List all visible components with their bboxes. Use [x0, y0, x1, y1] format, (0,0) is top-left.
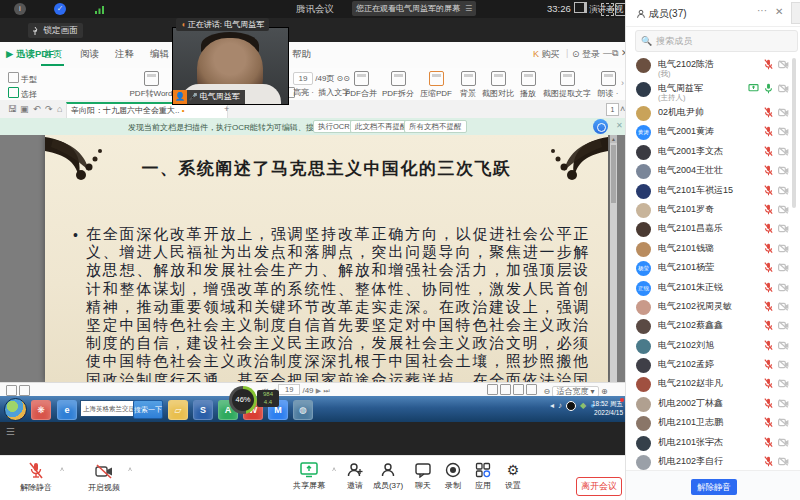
toolbar-expander-icon[interactable]: › — [621, 78, 624, 88]
new-tab-icon[interactable]: + — [224, 104, 229, 114]
select-tool[interactable]: 选择 — [8, 87, 37, 100]
member-row[interactable]: 电气周益军 (主持人) — [626, 80, 800, 104]
member-row[interactable]: 电气2101车祺运15 — [626, 182, 800, 201]
tab-edit[interactable]: 编辑 — [150, 48, 169, 61]
last-page-icon[interactable]: ⏭ — [323, 387, 329, 394]
zoom-out-icon[interactable]: ⊖ — [543, 387, 550, 396]
record-button[interactable]: 录制 — [438, 462, 468, 491]
member-list-scrollbar[interactable] — [792, 58, 796, 208]
login-button[interactable]: ⊙ 登录 — [572, 48, 600, 61]
banner-menu-icon[interactable]: ☰ — [465, 1, 472, 16]
pin-view-badge[interactable]: 锁定画面 — [28, 23, 83, 38]
unmute-button[interactable]: 解除静音 — [16, 462, 56, 493]
start-button[interactable] — [4, 398, 27, 421]
member-row[interactable]: 电气2101罗奇 — [626, 201, 800, 220]
member-row[interactable]: 机电2101卫志鹏 — [626, 414, 800, 433]
zoom-in-icon[interactable]: ⊕ — [601, 387, 608, 396]
tab-home[interactable]: 首页 — [43, 48, 62, 61]
member-row[interactable]: 机电2102李自行 — [626, 453, 800, 470]
meeting-info-icon[interactable]: i — [14, 3, 26, 15]
page-badge[interactable]: 1 — [606, 103, 619, 116]
book-view-icon[interactable] — [526, 384, 537, 395]
member-row[interactable]: 电气2001李文杰 — [626, 143, 800, 162]
play-button[interactable]: 播放 — [518, 71, 538, 99]
buy-button[interactable]: K 购买 — [533, 48, 560, 61]
start-video-button[interactable]: 开启视频 — [84, 462, 124, 493]
pdf-split-button[interactable]: PDF拆分 — [381, 71, 415, 99]
save-icon[interactable]: 🖫 — [8, 104, 17, 114]
pdf-to-word-button[interactable]: PDF转Word — [126, 71, 176, 99]
search-members-input[interactable]: 🔍搜索成员 — [635, 30, 798, 52]
tab-help[interactable]: 帮助 — [292, 48, 311, 61]
minimize-icon[interactable]: — — [603, 48, 612, 58]
member-row[interactable]: 电气2102陈浩 (我) — [626, 56, 800, 80]
home-icon[interactable]: ⌂ — [57, 104, 62, 114]
member-row[interactable]: 电气2102赵非凡 — [626, 375, 800, 394]
taskbar-search-button[interactable]: 搜索一下 — [133, 400, 163, 419]
toolbar-page-indicator[interactable]: 19 /49页 ⊙⊙ — [293, 72, 350, 85]
speaker-video-thumbnail[interactable]: 👤🎤电气周益军 — [172, 27, 289, 105]
fullscreen-icon[interactable] — [601, 3, 614, 16]
stage-menu-icon[interactable]: ☰ — [6, 426, 15, 437]
member-row[interactable]: 02机电尹帅 — [626, 104, 800, 123]
member-list[interactable]: 电气2102陈浩 (我) 电气周益军 (主持人) — [626, 56, 800, 470]
member-row[interactable]: 机电2101张宇杰 — [626, 434, 800, 453]
facing-view-icon[interactable] — [513, 384, 524, 395]
redo-icon[interactable]: ↷ — [45, 104, 53, 114]
tab-read[interactable]: 阅读 — [80, 48, 99, 61]
more-options-icon[interactable]: ··· — [757, 5, 767, 16]
member-row[interactable]: 杨莹 电气2101杨莹 — [626, 259, 800, 278]
share-screen-button[interactable]: 共享屏幕 — [288, 462, 330, 491]
request-unmute-button[interactable]: 解除静音 — [691, 479, 737, 495]
member-row[interactable]: 电气2101钱璐 — [626, 240, 800, 259]
invite-button[interactable]: 邀请 — [340, 462, 370, 491]
taskbar-remote-icon[interactable]: ◍ — [293, 400, 313, 420]
tray-volume-icon[interactable]: ♪ — [558, 401, 562, 411]
taskbar-clock[interactable]: 18:52 周五 2022/4/15 — [592, 399, 623, 417]
screenshot-compare-button[interactable]: 截图对比 — [481, 71, 515, 99]
member-row[interactable]: 黄涛 电气2001黄涛 — [626, 123, 800, 142]
tray-expand-icon[interactable]: ◂ — [550, 401, 554, 411]
single-page-view-icon[interactable] — [487, 384, 498, 395]
mic-options-chevron[interactable]: ˄ — [60, 466, 64, 473]
settings-button[interactable]: ⚙ 设置 — [498, 462, 528, 491]
pdf-scrollbar[interactable]: ▲ — [610, 135, 617, 382]
hand-tool[interactable]: 手型 — [8, 72, 37, 85]
print-icon[interactable]: ▣ — [20, 104, 29, 114]
member-row[interactable]: 电气2102祝周灵敏 — [626, 298, 800, 317]
qq-icon[interactable] — [566, 401, 576, 411]
tray-shield-icon[interactable]: ◆ — [580, 401, 586, 411]
read-aloud-button[interactable]: 朗读 · — [596, 71, 620, 99]
share-options-chevron[interactable]: ˄ — [332, 466, 336, 473]
chat-button[interactable]: 聊天 — [408, 462, 438, 491]
member-row[interactable]: 正锐 电气2101朱正锐 — [626, 279, 800, 298]
page-number-input[interactable]: 19 — [278, 384, 300, 395]
assistant-icon[interactable] — [593, 119, 608, 134]
member-row[interactable]: 电气2102刘旭 — [626, 337, 800, 356]
highlight-tool[interactable]: 高亮 · 插入文字 — [293, 87, 350, 98]
tab-annotate[interactable]: 注释 — [115, 48, 134, 61]
member-row[interactable]: 电气2101昌嘉乐 — [626, 220, 800, 239]
taskbar-search-input[interactable]: 上海英格索兰交压.. — [80, 400, 136, 417]
member-row[interactable]: 电气2102孟婷 — [626, 356, 800, 375]
network-signal-icon[interactable] — [94, 3, 106, 15]
undo-icon[interactable]: ↶ — [33, 104, 41, 114]
pdf-merge-button[interactable]: PDF合并 — [344, 71, 378, 99]
performance-widget[interactable]: 46% — [229, 386, 257, 414]
system-tray[interactable]: ◂ ♪ ◆ ● — [550, 401, 595, 411]
taskbar-pinwheel-icon[interactable]: ❋ — [31, 400, 51, 420]
apps-button[interactable]: 应用 — [468, 462, 498, 491]
taskbar-folder-icon[interactable]: ▱ — [168, 400, 188, 420]
taskbar-ie-icon[interactable]: e — [57, 400, 77, 420]
members-button[interactable]: 成员(37) — [370, 462, 406, 491]
close-panel-icon[interactable]: ✕ — [775, 6, 783, 17]
shield-icon[interactable]: ✓ — [54, 3, 66, 15]
leave-meeting-button[interactable]: 离开会议 — [576, 477, 622, 496]
continuous-view-icon[interactable] — [500, 384, 511, 395]
run-ocr-button[interactable]: 执行OCR — [313, 120, 355, 133]
taskbar-browser-icon[interactable]: S — [193, 400, 213, 420]
background-button[interactable]: 背景 — [458, 71, 478, 99]
ocr-close-icon[interactable]: ✕ — [616, 121, 623, 130]
next-page-icon[interactable]: ▶ — [316, 387, 321, 394]
member-row[interactable]: 机电2002丁林鑫 — [626, 395, 800, 414]
